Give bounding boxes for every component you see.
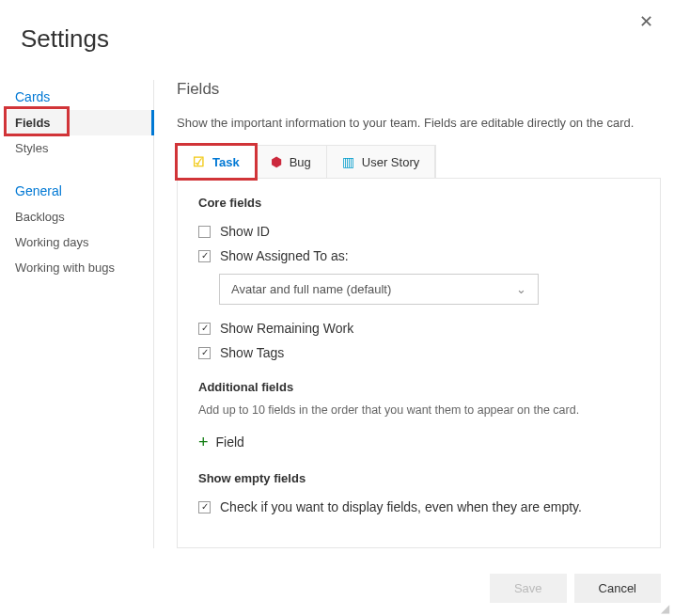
empty-fields-checkbox[interactable] [198, 501, 211, 513]
tab-bug[interactable]: ⬢ Bug [256, 146, 327, 178]
show-remaining-label: Show Remaining Work [220, 321, 353, 336]
tab-label: User Story [362, 155, 419, 169]
assigned-to-select[interactable]: Avatar and full name (default) ⌄ [219, 274, 539, 305]
resize-grip-icon[interactable]: ◢ [661, 603, 672, 614]
show-id-checkbox[interactable] [198, 226, 211, 238]
add-field-button[interactable]: + Field [198, 430, 639, 454]
tab-label: Task [212, 155, 240, 169]
core-fields-heading: Core fields [198, 196, 639, 210]
show-assigned-checkbox[interactable] [198, 250, 211, 262]
page-title: Settings [0, 0, 674, 80]
additional-fields-heading: Additional fields [198, 380, 639, 394]
show-id-label: Show ID [220, 224, 270, 239]
sidebar-item-styles[interactable]: Styles [8, 135, 153, 161]
clipboard-task-icon: ☑ [193, 154, 205, 169]
main-content: Fields Show the important information to… [154, 80, 674, 548]
tab-task[interactable]: ☑ Task [178, 146, 256, 178]
empty-fields-heading: Show empty fields [198, 471, 639, 485]
sidebar-item-working-with-bugs[interactable]: Working with bugs [8, 255, 153, 280]
section-description: Show the important information to your t… [177, 116, 661, 130]
sidebar-item-working-days[interactable]: Working days [8, 229, 153, 255]
close-icon[interactable]: ✕ [639, 13, 653, 30]
footer: Save Cancel [490, 574, 661, 603]
sidebar-group-cards: Cards [8, 80, 153, 110]
section-heading: Fields [177, 80, 661, 99]
fields-panel: Core fields Show ID Show Assigned To as:… [177, 178, 661, 548]
book-icon: ▥ [342, 154, 354, 169]
select-value: Avatar and full name (default) [231, 282, 391, 296]
show-tags-label: Show Tags [220, 345, 284, 360]
tab-label: Bug [290, 155, 311, 169]
empty-fields-label: Check if you want to display fields, eve… [220, 499, 582, 514]
plus-icon: + [198, 434, 209, 450]
cancel-button[interactable]: Cancel [574, 574, 661, 603]
sidebar-group-general: General [8, 174, 153, 204]
tab-user-story[interactable]: ▥ User Story [327, 146, 435, 178]
save-button[interactable]: Save [490, 574, 567, 603]
show-remaining-checkbox[interactable] [198, 323, 211, 335]
tab-row: ☑ Task ⬢ Bug ▥ User Story [177, 145, 436, 178]
additional-fields-sub: Add up to 10 fields in the order that yo… [198, 403, 639, 417]
sidebar: Cards Fields Styles General Backlogs Wor… [0, 80, 154, 548]
show-assigned-label: Show Assigned To as: [220, 248, 349, 263]
sidebar-item-fields[interactable]: Fields [8, 110, 154, 135]
show-tags-checkbox[interactable] [198, 347, 211, 359]
bug-icon: ⬢ [271, 154, 282, 169]
chevron-down-icon: ⌄ [516, 282, 526, 296]
add-field-label: Field [216, 434, 244, 450]
sidebar-item-backlogs[interactable]: Backlogs [8, 204, 153, 229]
